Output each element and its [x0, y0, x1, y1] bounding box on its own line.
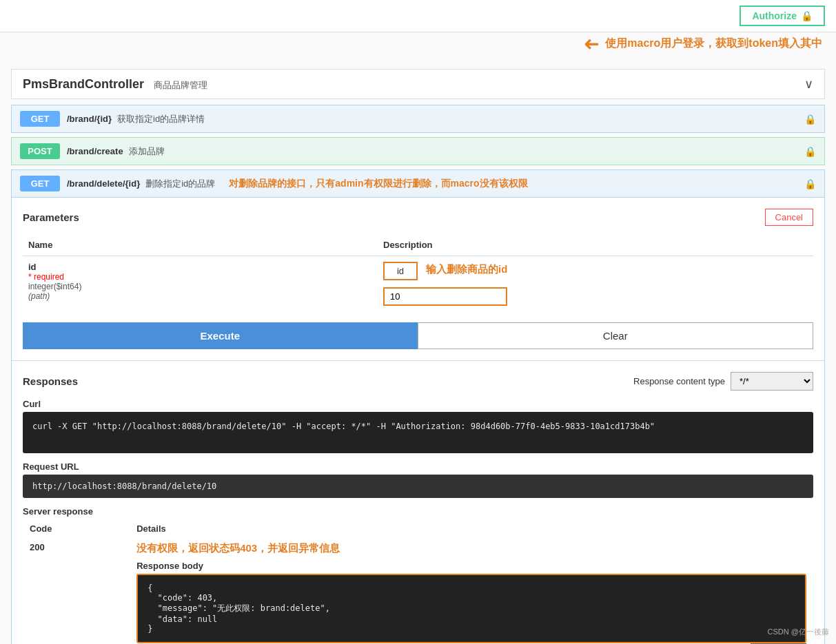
controller-header[interactable]: PmsBrandController 商品品牌管理 ∨ — [11, 69, 825, 99]
method-badge-get-delete: GET — [20, 176, 60, 191]
method-badge-get: GET — [20, 111, 60, 127]
parameters-title: Parameters — [23, 211, 79, 223]
endpoint-expanded-delete: GET /brand/delete/{id} 删除指定id的品牌 对删除品牌的接… — [11, 169, 825, 644]
controller-subtitle: 商品品牌管理 — [154, 80, 207, 90]
response-json-block: { "code": 403, "message": "无此权限: brand:d… — [136, 574, 806, 643]
param-label-box: id — [383, 262, 418, 280]
lock-icon-delete: 🔒 — [804, 178, 816, 189]
content-type-label: Response content type — [633, 376, 725, 386]
authorize-label: Authorize — [752, 10, 797, 21]
responses-header: Responses Response content type */* — [23, 372, 813, 391]
endpoint-get-brand-id[interactable]: GET /brand/{id} 获取指定id的品牌详情 🔒 — [11, 105, 825, 133]
no-permission-annotation: 没有权限，返回状态码403，并返回异常信息 — [136, 542, 806, 555]
parameters-header: Parameters Cancel — [23, 209, 813, 226]
responses-section: Responses Response content type */* Curl… — [12, 360, 824, 644]
controller-title: PmsBrandController — [23, 77, 144, 91]
cancel-button[interactable]: Cancel — [765, 209, 813, 226]
param-location: (path) — [28, 291, 372, 301]
server-response-section: Server response Code Details 200 — [23, 506, 813, 644]
parameters-table: Name Description id * required integer($… — [23, 234, 813, 311]
main-content: PmsBrandController 商品品牌管理 ∨ GET /brand/{… — [0, 61, 836, 644]
clear-button[interactable]: Clear — [418, 322, 814, 349]
endpoint-desc-post: 添加品牌 — [129, 145, 165, 158]
lock-icon-small: 🔒 — [804, 114, 816, 125]
response-body-label: Response body — [136, 561, 806, 571]
response-row-200: 200 没有权限，返回状态码403，并返回异常信息 Response body … — [24, 538, 812, 644]
code-header: Code — [24, 521, 130, 537]
authorize-button[interactable]: Authorize 🔒 — [740, 6, 825, 26]
details-header: Details — [131, 521, 812, 537]
method-badge-post: POST — [20, 143, 60, 159]
request-url-label: Request URL — [23, 461, 813, 472]
param-row-id: id * required integer($int64) (path) id … — [23, 256, 813, 312]
top-bar: Authorize 🔒 — [0, 0, 836, 32]
server-response-label: Server response — [23, 506, 813, 517]
parameters-section: Parameters Cancel Name Description id * … — [12, 198, 824, 360]
param-input-cell: id 输入删除商品的id — [378, 256, 813, 312]
request-url-section: Request URL http://localhost:8088/brand/… — [23, 461, 813, 498]
param-name: id — [28, 262, 372, 272]
endpoint-post-brand-create[interactable]: POST /brand/create 添加品牌 🔒 — [11, 137, 825, 165]
lock-icon: 🔒 — [801, 10, 813, 21]
execute-button[interactable]: Execute — [23, 322, 418, 349]
col-description: Description — [378, 234, 813, 256]
delete-annotation: 对删除品牌的接口，只有admin有权限进行删除，而macro没有该权限 — [229, 178, 804, 190]
response-content-type-area: Response content type */* — [633, 372, 813, 391]
param-required: * required — [28, 272, 372, 282]
controller-title-area: PmsBrandController 商品品牌管理 — [23, 77, 207, 92]
curl-value: curl -X GET "http://localhost:8088/brand… — [23, 412, 813, 453]
curl-label: Curl — [23, 399, 813, 409]
content-type-select[interactable]: */* — [731, 372, 813, 391]
col-name: Name — [23, 234, 378, 256]
responses-title: Responses — [23, 375, 78, 387]
top-annotation-text: 使用macro用户登录，获取到token填入其中 — [605, 37, 822, 51]
code-200: 200 — [24, 538, 130, 644]
param-name-cell: id * required integer($int64) (path) — [23, 256, 378, 312]
response-body-block: Response body { "code": 403, "message": … — [136, 561, 806, 643]
param-input-area: id 输入删除商品的id — [383, 262, 808, 280]
execute-clear-row: Execute Clear — [23, 322, 813, 349]
curl-section: Curl curl -X GET "http://localhost:8088/… — [23, 399, 813, 453]
request-url-value: http://localhost:8088/brand/delete/10 — [23, 475, 813, 498]
lock-icon-small-post: 🔒 — [804, 146, 816, 157]
endpoint-expanded-header[interactable]: GET /brand/delete/{id} 删除指定id的品牌 对删除品牌的接… — [12, 170, 824, 198]
id-annotation: 输入删除商品的id — [426, 263, 507, 276]
chevron-down-icon: ∨ — [804, 76, 813, 92]
server-response-table: Code Details 200 没有权限，返回状态码403，并返回异常信息 R… — [23, 519, 813, 644]
endpoint-path: /brand/{id} — [67, 114, 112, 124]
param-input-value[interactable] — [383, 287, 808, 306]
param-id-input[interactable] — [383, 287, 507, 306]
top-annotation-area: ➜ 使用macro用户登录，获取到token填入其中 — [0, 32, 836, 61]
response-details-cell: 没有权限，返回状态码403，并返回异常信息 Response body { "c… — [131, 538, 812, 644]
param-type: integer($int64) — [28, 282, 372, 291]
endpoint-path-delete: /brand/delete/{id} — [67, 178, 140, 189]
arrow-icon: ➜ — [584, 32, 600, 55]
csdn-watermark: CSDN @亿一後藤 — [768, 627, 829, 637]
endpoint-path-post: /brand/create — [67, 146, 123, 156]
endpoint-desc: 获取指定id的品牌详情 — [117, 113, 205, 125]
param-label-container: id — [383, 262, 418, 280]
endpoint-desc-delete: 删除指定id的品牌 — [145, 178, 215, 190]
